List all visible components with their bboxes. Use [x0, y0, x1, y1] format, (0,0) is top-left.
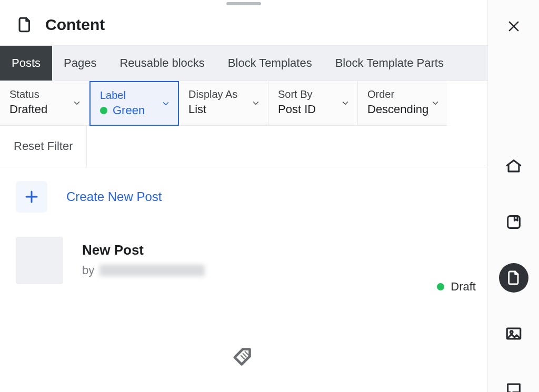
chat-icon [505, 380, 523, 392]
drag-handle[interactable] [226, 2, 261, 5]
filter-label: Display As [188, 88, 258, 100]
filter-value: Green [100, 104, 168, 117]
post-title: New Post [82, 242, 205, 258]
right-rail [487, 0, 539, 392]
status-text: Draft [451, 280, 476, 294]
rail-comments[interactable] [499, 375, 528, 392]
post-status: Draft [437, 280, 476, 294]
rail-media[interactable] [499, 319, 528, 348]
reset-row: Reset Filter [0, 126, 487, 167]
filter-label: Label [100, 89, 168, 102]
content-tabs: Posts Pages Reusable blocks Block Templa… [0, 45, 487, 81]
image-icon [505, 325, 523, 343]
filter-order[interactable]: Order Descending [358, 81, 447, 126]
page-title: Content [45, 16, 105, 34]
tab-block-template-parts[interactable]: Block Template Parts [324, 46, 455, 81]
content-panel: Content Posts Pages Reusable blocks Bloc… [0, 0, 487, 392]
filter-label: Sort By [278, 88, 348, 100]
svg-point-2 [510, 331, 513, 334]
filter-value: Post ID [278, 103, 348, 116]
filters-row: Status Drafted Label Green Display As Li… [0, 81, 487, 126]
post-thumbnail [16, 237, 63, 284]
chevron-down-icon [161, 99, 171, 108]
tab-reusable-blocks[interactable]: Reusable blocks [108, 46, 216, 81]
filter-sort-by[interactable]: Sort By Post ID [268, 81, 358, 126]
rail-content[interactable] [499, 263, 528, 293]
create-label: Create New Post [66, 189, 162, 204]
filter-value: List [188, 103, 258, 116]
tab-posts[interactable]: Posts [0, 46, 52, 81]
status-dot-icon [437, 283, 444, 290]
chevron-down-icon [341, 98, 350, 108]
create-new-post[interactable]: Create New Post [0, 167, 487, 226]
filter-label: Status [9, 88, 79, 100]
chevron-down-icon [251, 98, 261, 108]
filter-label-color[interactable]: Label Green [89, 81, 179, 126]
chevron-down-icon [72, 98, 82, 108]
page-icon [16, 16, 34, 34]
filter-status[interactable]: Status Drafted [0, 81, 89, 126]
bookmark-icon [505, 213, 523, 231]
by-prefix: by [82, 264, 94, 277]
post-byline: by [82, 264, 205, 277]
tab-pages[interactable]: Pages [52, 46, 108, 81]
color-dot-icon [100, 107, 107, 114]
post-author-redacted [99, 265, 205, 276]
tag-icon [232, 346, 256, 370]
page-icon [505, 269, 522, 286]
filter-label: Order [367, 88, 438, 100]
reset-filter-button[interactable]: Reset Filter [0, 126, 87, 167]
home-icon [505, 157, 523, 175]
rail-bookmark[interactable] [499, 207, 528, 237]
tag-handle[interactable] [232, 346, 256, 373]
filter-value: Descending [367, 103, 438, 116]
filter-value: Drafted [9, 103, 79, 116]
rail-home[interactable] [499, 152, 528, 181]
filter-display-as[interactable]: Display As List [179, 81, 268, 126]
filter-value-text: Green [113, 104, 145, 117]
post-item[interactable]: New Post by Draft [0, 226, 487, 284]
chevron-down-icon [431, 98, 440, 108]
close-button[interactable] [506, 19, 521, 36]
close-icon [506, 19, 521, 34]
plus-button[interactable] [16, 181, 47, 213]
tab-block-templates[interactable]: Block Templates [216, 46, 324, 81]
plus-icon [24, 189, 39, 205]
